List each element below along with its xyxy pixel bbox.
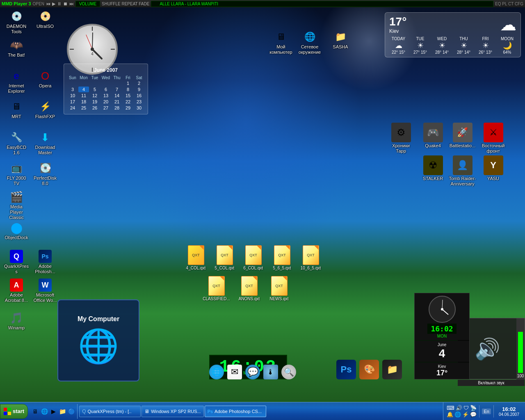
file-5-6-5[interactable]: QXT 5_6_5.qxt (269, 245, 295, 270)
file-5col[interactable]: QXT 5_COL.qxt (211, 245, 238, 270)
network-icon: 🌐 (303, 30, 316, 43)
weather-city: Kiev (389, 28, 406, 34)
dock-extra[interactable]: 🎨 (359, 360, 379, 379)
media-pause-btn[interactable]: ⏸ (57, 1, 62, 6)
icon-tomb-raider[interactable]: 👤 Tomb Raider-Anniversary (447, 154, 478, 188)
icon-stalker[interactable]: ☢ STALKER (418, 154, 448, 183)
objectdock-icon: ⬤ (10, 221, 23, 234)
icon-adobe-acrobat[interactable]: A AdobeAcrobat 8... (2, 277, 31, 305)
weather-forecast: TODAY ☁ 22° 15° TUE ☀ 27° 15° WED ☀ 28° … (389, 37, 516, 55)
media-player-bar[interactable]: MMD Player 3 OPEN ⏮ ▶ ⏸ ⏹ ⏭ VOLUME SHUFF… (0, 0, 525, 7)
language-indicator[interactable]: En (482, 409, 491, 414)
dock-ie[interactable]: 🌐 (209, 365, 224, 379)
volume-slider[interactable]: 100 (516, 318, 525, 380)
calendar-today[interactable]: 4 (78, 87, 89, 92)
icon-easybcd[interactable]: 🔧 EasyBCD 1.6 (2, 129, 31, 157)
icon-winamp[interactable]: 🎵 Winamp (2, 310, 31, 332)
icon-adobe-photoshop-left[interactable]: Ps AdobePhotosh... (31, 248, 59, 276)
file-4col[interactable]: QXT 4_COL.qxt (183, 245, 209, 270)
icon-quarkxpress[interactable]: Q QuarkXPress (2, 248, 31, 276)
tray-icon-3[interactable]: 🛡 (463, 405, 469, 411)
taskbar-time: 16:02 (502, 406, 516, 412)
4col-file-icon: QXT (188, 245, 204, 265)
tray-icon-7[interactable]: ⚡ (462, 411, 469, 418)
windows-logo-icon (4, 408, 11, 415)
file-news[interactable]: QXT NEWS.qxt (266, 276, 292, 301)
media-next-btn[interactable]: ⏭ (69, 1, 74, 6)
tray-icons-area: ⌨ 🔊 🛡 📡 🔔 🌐 ⚡ 💬 (447, 405, 477, 418)
icon-opera[interactable]: O Opera (31, 68, 59, 90)
icon-my-computer[interactable]: 🖥 Мойкомпьютер (267, 29, 295, 57)
my-computer-popup[interactable]: My Computer 🌐 (57, 299, 139, 381)
download-master-icon: ⬇ (39, 131, 52, 144)
5col-label: 5_COL.qxt (215, 266, 235, 270)
taskbar-clock[interactable]: 16:02 04.06.2007 (496, 406, 522, 417)
icon-sasha[interactable]: 📁 SASHA (326, 29, 355, 51)
taskbar-btn-winxp[interactable]: 🖥 Windows XP SP2 RUS... (142, 406, 203, 417)
10-6-5-label: 10_6_5.qxt (301, 266, 321, 270)
taskbar-btn-photoshop[interactable]: Ps Adobe Photoshop CS... (205, 406, 266, 417)
icon-fly2000tv[interactable]: 📺 FLY 2000 TV (2, 160, 31, 188)
ql-show-desktop[interactable]: 🖥 (31, 407, 39, 415)
dock-search[interactable]: 🔍 (281, 365, 296, 379)
svg-text:4: 4 (91, 52, 94, 56)
news-file-icon: QXT (271, 276, 288, 296)
volume-toggle[interactable]: Вкл/выкл звук (458, 380, 525, 386)
dock-weather[interactable]: 🌡 (263, 365, 278, 379)
icon-the-bat[interactable]: 🦇 The Bat! (2, 37, 31, 59)
icon-media-player-classic[interactable]: 🎬 Media PlayerClassic (2, 189, 31, 222)
icon-internet-explorer[interactable]: e InternetExplorer (2, 68, 31, 96)
ql-extra2[interactable]: 🔵 (67, 407, 75, 415)
winxp-tb-icon: 🖥 (144, 409, 149, 414)
tray-icon-4[interactable]: 📡 (470, 405, 477, 411)
icon-objectdock[interactable]: ⬤ ObjectDock (2, 219, 31, 242)
file-anons[interactable]: QXT ANONS.qxt (236, 276, 262, 301)
icon-download-master[interactable]: ⬇ DownloadMaster (31, 129, 59, 157)
ql-extra1[interactable]: 📁 (58, 407, 66, 415)
ql-media[interactable]: ▶ (49, 407, 57, 415)
dock-mail[interactable]: ✉ (227, 365, 242, 379)
icon-quake4[interactable]: 🎮 Quake4 (418, 121, 448, 150)
svg-rect-14 (4, 408, 7, 411)
tray-icon-5[interactable]: 🔔 (447, 411, 453, 418)
yasu-icon: Y (484, 155, 503, 175)
file-classified[interactable]: QXT CLASSIFIED... (203, 276, 230, 301)
icon-battlestation[interactable]: 🚀 Battlestatio... (447, 121, 478, 150)
start-button[interactable]: start (0, 404, 28, 419)
dock-messenger[interactable]: 💬 (245, 365, 260, 379)
icon-perfectdisk[interactable]: 💽 PerfectDisk8.0 (31, 160, 59, 188)
tray-icon-1[interactable]: ⌨ (447, 405, 454, 411)
icon-hroniki-tapp[interactable]: ⚙ ХроникиТарр (386, 121, 416, 155)
tray-separator-2 (493, 405, 494, 418)
dock-extra2[interactable]: 📁 (382, 360, 402, 379)
mrt-icon: 🖥 (10, 100, 23, 113)
tray-icon-2[interactable]: 🔊 (456, 405, 462, 411)
media-open-btn[interactable]: OPEN (33, 2, 44, 6)
ql-ie[interactable]: 🌐 (40, 407, 48, 415)
tray-icon-6[interactable]: 🌐 (454, 411, 461, 418)
6col-file-icon: QXT (245, 245, 262, 265)
taskbar-btn-quarkxpress[interactable]: Q QuarkXPress (tm) - [.. (79, 406, 141, 417)
my-computer-popup-logo: 🌐 (78, 327, 119, 365)
icon-daemon-tools[interactable]: 💿 DAEMONTools (2, 8, 31, 36)
media-prev-btn[interactable]: ⏮ (46, 1, 50, 6)
ultraiso-icon: 📀 (39, 10, 52, 23)
anons-file-icon: QXT (241, 276, 258, 296)
file-6col[interactable]: QXT 6_COL.qxt (240, 245, 267, 270)
icon-network[interactable]: 🌐 Сетевоеокружение (295, 29, 324, 57)
media-play-btn[interactable]: ▶ (52, 1, 55, 7)
icon-yasu[interactable]: Y YASU (478, 154, 509, 183)
tray-icon-8[interactable]: 💬 (470, 411, 477, 418)
6col-label: 6_COL.qxt (244, 266, 263, 270)
weather-widget: 17° Kiev ☁ TODAY ☁ 22° 15° TUE ☀ 27° 15°… (385, 12, 521, 57)
icon-ultraiso[interactable]: 📀 UltraISO (31, 8, 59, 31)
icon-mrt[interactable]: 🖥 MRT (2, 98, 31, 121)
file-10-6-5[interactable]: QXT 10_6_5.qxt (297, 245, 324, 270)
media-stop-btn[interactable]: ⏹ (63, 1, 68, 6)
acrobat-icon: A (10, 278, 23, 292)
desktop: MMD Player 3 OPEN ⏮ ▶ ⏸ ⏹ ⏭ VOLUME SHUFF… (0, 0, 525, 402)
icon-vostochny-front[interactable]: ⚔ Восточныйфронт (478, 121, 509, 155)
icon-flashfxp[interactable]: ⚡ FlashFXP (31, 98, 59, 121)
icon-ms-office-word[interactable]: W MicrosoftOffice Wo... (31, 277, 59, 305)
dock-photoshop[interactable]: Ps (336, 360, 356, 379)
